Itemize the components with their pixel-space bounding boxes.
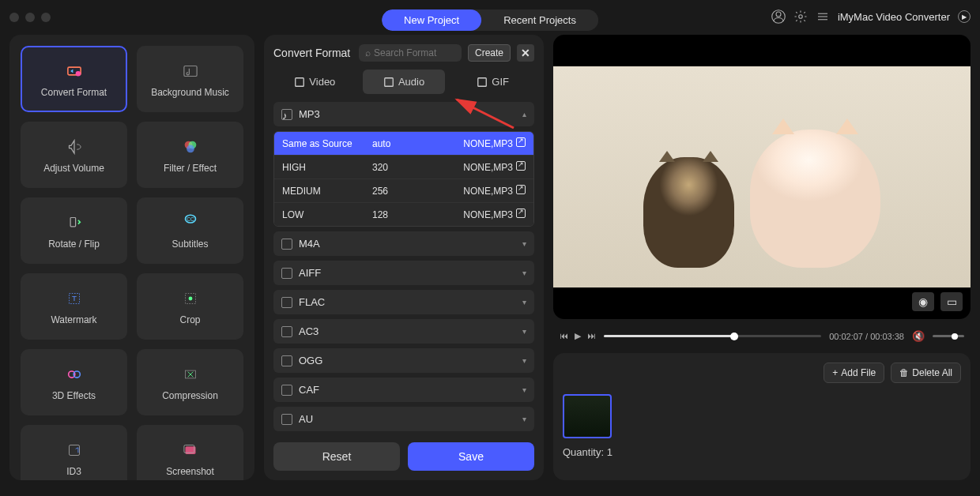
svg-rect-25 [385,77,394,86]
close-panel-button[interactable]: ✕ [517,44,534,62]
search-input[interactable]: ⌕ [359,44,462,62]
tool-filter-effect[interactable]: Filter / Effect [137,122,243,188]
file-thumbnail[interactable] [563,394,612,438]
volume-slider[interactable] [933,335,964,337]
chevron-down-icon: ▾ [522,415,526,423]
prev-button[interactable]: ⏮ [560,331,568,341]
tool-id-[interactable]: ID3 [21,425,127,480]
compress-icon [179,363,202,385]
progress-bar[interactable] [604,335,821,337]
account-icon[interactable] [771,9,786,24]
app-name: iMyMac Video Converter [838,11,950,23]
svg-text:T: T [72,294,77,302]
external-link-icon[interactable] [516,209,526,218]
tool-label: Screenshot [166,466,214,477]
tool-label: 3D Effects [52,390,96,401]
format-m4a[interactable]: M4A▾ [273,231,534,256]
external-link-icon[interactable] [516,161,526,171]
tool-rotate-flip[interactable]: Rotate / Flip [21,197,127,264]
fullscreen-icon[interactable]: ▭ [940,292,963,311]
tool-adjust-volume[interactable]: Adjust Volume [21,122,127,188]
preview-content [553,66,971,288]
tool-background-music[interactable]: Background Music [137,46,243,112]
minimize-window-icon[interactable] [25,13,35,22]
progress-thumb[interactable] [730,333,738,340]
menu-icon[interactable] [816,9,830,24]
chevron-down-icon: ▾ [522,385,526,394]
search-field[interactable] [374,47,445,58]
window-controls[interactable] [9,13,51,22]
tool-label: Adjust Volume [43,163,104,174]
new-project-tab[interactable]: New Project [382,9,481,31]
preset-row[interactable]: MEDIUM256NONE,MP3 [274,178,533,202]
external-link-icon[interactable] [516,185,526,194]
format-au[interactable]: AU▾ [273,407,534,431]
format-panel: Convert Format ⌕ Create ✕ VideoAudioGIF … [264,35,544,480]
close-window-icon[interactable] [9,13,19,22]
create-button[interactable]: Create [468,44,511,62]
svg-text:CC: CC [187,216,194,222]
tab-video[interactable]: Video [273,70,356,94]
tool-label: ID3 [66,466,81,477]
progress-fill [604,335,734,337]
music-icon [179,60,202,82]
panel-title: Convert Format [273,47,352,59]
chevron-down-icon: ▾ [522,356,526,365]
play-button[interactable]: ▶ [575,331,581,341]
audio-format-icon [281,355,292,366]
play-icon[interactable]: ▶ [958,10,971,23]
audio-format-icon: ♪ [281,109,292,120]
tool-label: Crop [179,314,200,325]
svg-rect-12 [70,218,76,227]
tool-screenshot[interactable]: Screenshot [137,425,243,480]
tool-watermark[interactable]: TWatermark [21,273,127,340]
preset-row[interactable]: Same as SourceautoNONE,MP3 [274,132,533,155]
settings-icon[interactable] [793,9,808,24]
quantity-label: Quantity: 1 [563,446,961,458]
filter-icon [179,136,202,158]
volume-icon[interactable]: 🔇 [912,330,925,342]
format-mp3[interactable]: ♪MP3▴ [273,102,534,126]
format-caf[interactable]: CAF▾ [273,378,534,402]
format-ogg[interactable]: OGG▾ [273,348,534,373]
audio-format-icon [281,326,292,337]
audio-format-icon [281,239,292,250]
tool-subtitles[interactable]: CCSubtitles [137,197,243,264]
project-switcher: New Project Recent Projects [382,9,598,31]
delete-all-button[interactable]: 🗑Delete All [891,363,961,383]
svg-point-17 [188,297,192,301]
format-ac3[interactable]: AC3▾ [273,319,534,344]
subtitles-icon: CC [179,212,202,234]
tool-label: Convert Format [41,87,107,98]
save-button[interactable]: Save [408,442,534,471]
maximize-window-icon[interactable] [41,13,51,22]
format-flac[interactable]: FLAC▾ [273,290,534,314]
search-icon: ⌕ [365,47,371,58]
chevron-up-icon: ▴ [522,110,526,118]
chevron-down-icon: ▾ [522,239,526,248]
id3-icon [63,439,85,461]
tool-compression[interactable]: Compression [137,349,243,415]
external-link-icon[interactable] [516,137,526,147]
next-button[interactable]: ⏭ [587,331,596,341]
preset-row[interactable]: LOW128NONE,MP3 [274,202,533,226]
recent-projects-tab[interactable]: Recent Projects [481,9,598,31]
format-aiff[interactable]: AIFF▾ [273,261,534,285]
preview-subject-1 [643,157,734,268]
reset-button[interactable]: Reset [273,442,400,471]
preset-row[interactable]: HIGH320NONE,MP3 [274,155,533,178]
tool--d-effects[interactable]: 3D Effects [21,349,127,415]
file-list-panel: +Add File 🗑Delete All Quantity: 1 [553,353,971,480]
tab-audio[interactable]: Audio [363,70,446,94]
tab-gif[interactable]: GIF [451,70,534,94]
tool-convert-format[interactable]: Convert Format [21,46,127,112]
tool-crop[interactable]: Crop [137,273,243,340]
snapshot-icon[interactable]: ◉ [912,292,934,311]
audio-format-icon [281,297,292,308]
trash-icon: 🗑 [899,367,909,378]
add-file-button[interactable]: +Add File [824,363,884,383]
svg-point-0 [776,12,781,17]
3d-icon [63,363,85,385]
convert-icon [63,60,85,82]
tool-label: Compression [162,390,218,401]
